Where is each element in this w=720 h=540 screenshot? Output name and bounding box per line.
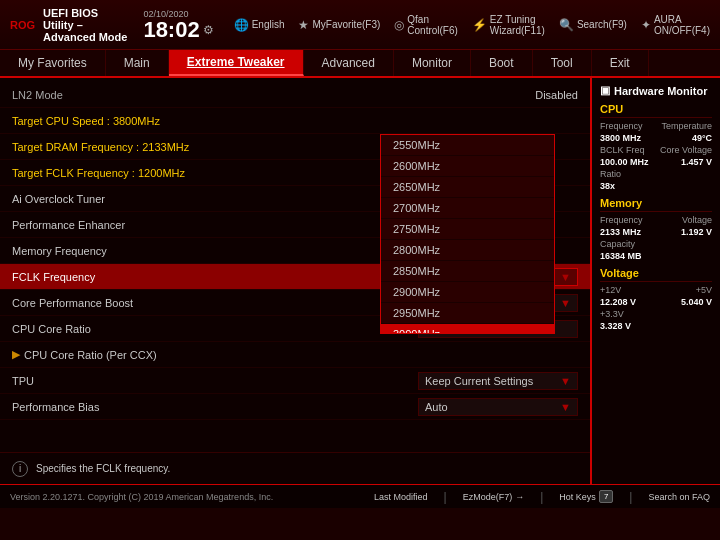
performance-bias-value: Auto	[425, 401, 448, 413]
nav-my-favorites[interactable]: My Favorites	[0, 50, 106, 76]
fclk-dropdown-popup[interactable]: 2550MHz 2600MHz 2650MHz 2700MHz 2750MHz …	[380, 134, 555, 334]
settings-panel: LN2 Mode Disabled Target CPU Speed : 380…	[0, 78, 590, 484]
hw-voltage-section: Voltage	[600, 267, 712, 282]
expand-icon: ▶	[12, 348, 20, 361]
target-cpu-label: Target CPU Speed : 3800MHz	[12, 115, 578, 127]
tpu-value: Keep Current Settings	[425, 375, 533, 387]
hw-mem-values-row: 2133 MHz 1.192 V	[600, 227, 712, 237]
hw-cpu-temp-label: Temperature	[661, 121, 712, 131]
hw-bclk-value-row: 100.00 MHz 1.457 V	[600, 157, 712, 167]
tpu-arrow: ▼	[560, 375, 571, 387]
hw-mem-cap-value: 16384 MB	[600, 251, 642, 261]
qfan-label: Qfan Control(F6)	[407, 14, 458, 36]
footer-actions: Last Modified | EzMode(F7) → | Hot Keys …	[374, 490, 710, 504]
hw-cpu-temp-value: 49°C	[692, 133, 712, 143]
dropdown-item-2700[interactable]: 2700MHz	[381, 198, 554, 219]
qfan-control-btn[interactable]: ◎ Qfan Control(F6)	[394, 14, 458, 36]
language-label: English	[252, 19, 285, 30]
aura-btn[interactable]: ✦ AURA ON/OFF(F4)	[641, 14, 710, 36]
ln2-mode-row: LN2 Mode Disabled	[0, 82, 590, 108]
hw-core-voltage-label: Core Voltage	[660, 145, 712, 155]
my-favorite-label: MyFavorite(F3)	[312, 19, 380, 30]
dropdown-item-3000[interactable]: 3000MHz	[381, 324, 554, 334]
nav-tool[interactable]: Tool	[533, 50, 592, 76]
ez-mode-btn[interactable]: EzMode(F7) →	[463, 492, 525, 502]
ez-tuning-label: EZ Tuning Wizard(F11)	[490, 14, 545, 36]
cpu-core-per-ccx-label: CPU Core Ratio (Per CCX)	[24, 349, 578, 361]
footer: Version 2.20.1271. Copyright (C) 2019 Am…	[0, 484, 720, 508]
hw-plus5-label: +5V	[696, 285, 712, 295]
hw-bclk-value: 100.00 MHz	[600, 157, 649, 167]
hw-plus5-value: 5.040 V	[681, 297, 712, 307]
hw-monitor-title: ▣ Hardware Monitor	[600, 84, 712, 97]
nav-boot[interactable]: Boot	[471, 50, 533, 76]
nav-monitor[interactable]: Monitor	[394, 50, 471, 76]
performance-bias-row[interactable]: Performance Bias Auto ▼	[0, 394, 590, 420]
hw-bclk-label-row: BCLK Freq Core Voltage	[600, 145, 712, 155]
nav-bar: My Favorites Main Extreme Tweaker Advanc…	[0, 50, 720, 78]
gear-icon[interactable]: ⚙	[203, 23, 214, 37]
hw-plus12-label: +12V	[600, 285, 621, 295]
fclk-dropdown-arrow: ▼	[560, 271, 571, 283]
search-faq-btn[interactable]: Search on FAQ	[648, 492, 710, 502]
top-bar: ROG UEFI BIOS Utility – Advanced Mode 02…	[0, 0, 720, 50]
hw-mem-cap-label: Capacity	[600, 239, 635, 249]
ez-tuning-btn[interactable]: ⚡ EZ Tuning Wizard(F11)	[472, 14, 545, 36]
hot-keys-label: Hot Keys	[559, 492, 596, 502]
dropdown-item-2900[interactable]: 2900MHz	[381, 282, 554, 303]
search-icon: 🔍	[559, 18, 574, 32]
nav-exit[interactable]: Exit	[592, 50, 649, 76]
fclk-label: FCLK Frequency	[12, 271, 418, 283]
performance-bias-label: Performance Bias	[12, 401, 418, 413]
hw-cpu-freq-label: Frequency	[600, 121, 643, 131]
nav-extreme-tweaker[interactable]: Extreme Tweaker	[169, 50, 304, 76]
cpu-core-per-ccx-row[interactable]: ▶ CPU Core Ratio (Per CCX)	[0, 342, 590, 368]
perf-bias-arrow: ▼	[560, 401, 571, 413]
hw-ratio-label: Ratio	[600, 169, 621, 179]
rog-logo: ROG	[10, 19, 35, 31]
footer-version: Version 2.20.1271. Copyright (C) 2019 Am…	[10, 492, 273, 502]
hw-core-voltage-value: 1.457 V	[681, 157, 712, 167]
favorite-icon: ★	[298, 18, 309, 32]
datetime-section: 02/10/2020 18:02 ⚙	[143, 9, 213, 41]
cpu-core-ratio-label: CPU Core Ratio	[12, 323, 418, 335]
tpu-select[interactable]: Keep Current Settings ▼	[418, 372, 578, 390]
tpu-row[interactable]: TPU Keep Current Settings ▼	[0, 368, 590, 394]
monitor-icon: ▣	[600, 84, 610, 97]
ln2-value: Disabled	[458, 89, 578, 101]
core-perf-boost-label: Core Performance Boost	[12, 297, 418, 309]
hw-memory-section: Memory	[600, 197, 712, 212]
dropdown-item-2850[interactable]: 2850MHz	[381, 261, 554, 282]
nav-main[interactable]: Main	[106, 50, 169, 76]
dropdown-item-2650[interactable]: 2650MHz	[381, 177, 554, 198]
target-cpu-row: Target CPU Speed : 3800MHz	[0, 108, 590, 134]
my-favorite-btn[interactable]: ★ MyFavorite(F3)	[298, 18, 380, 32]
nav-advanced[interactable]: Advanced	[304, 50, 394, 76]
tuning-icon: ⚡	[472, 18, 487, 32]
dropdown-item-2950[interactable]: 2950MHz	[381, 303, 554, 324]
performance-bias-select[interactable]: Auto ▼	[418, 398, 578, 416]
bios-title: UEFI BIOS Utility – Advanced Mode	[43, 7, 131, 43]
dropdown-item-2750[interactable]: 2750MHz	[381, 219, 554, 240]
ez-mode-arrow: →	[515, 492, 524, 502]
search-btn[interactable]: 🔍 Search(F9)	[559, 18, 627, 32]
aura-label: AURA ON/OFF(F4)	[654, 14, 710, 36]
hw-mem-cap-value-row: 16384 MB	[600, 251, 712, 261]
hw-plus3-label: +3.3V	[600, 309, 624, 319]
dropdown-item-2550[interactable]: 2550MHz	[381, 135, 554, 156]
footer-sep3: |	[629, 490, 632, 504]
fan-icon: ◎	[394, 18, 404, 32]
last-modified-btn[interactable]: Last Modified	[374, 492, 428, 502]
dropdown-item-2600[interactable]: 2600MHz	[381, 156, 554, 177]
language-selector[interactable]: 🌐 English	[234, 18, 285, 32]
hw-volt-labels-row: +12V +5V	[600, 285, 712, 295]
info-icon: i	[12, 461, 28, 477]
top-bar-icons: 🌐 English ★ MyFavorite(F3) ◎ Qfan Contro…	[234, 14, 710, 36]
aura-icon: ✦	[641, 18, 651, 32]
footer-sep2: |	[540, 490, 543, 504]
hardware-monitor-panel: ▣ Hardware Monitor CPU Frequency Tempera…	[590, 78, 720, 484]
dropdown-item-2800[interactable]: 2800MHz	[381, 240, 554, 261]
hot-keys-btn[interactable]: Hot Keys 7	[559, 490, 613, 503]
hw-ratio-label-row: Ratio	[600, 169, 712, 179]
hw-cpu-freq-value: 3800 MHz	[600, 133, 641, 143]
